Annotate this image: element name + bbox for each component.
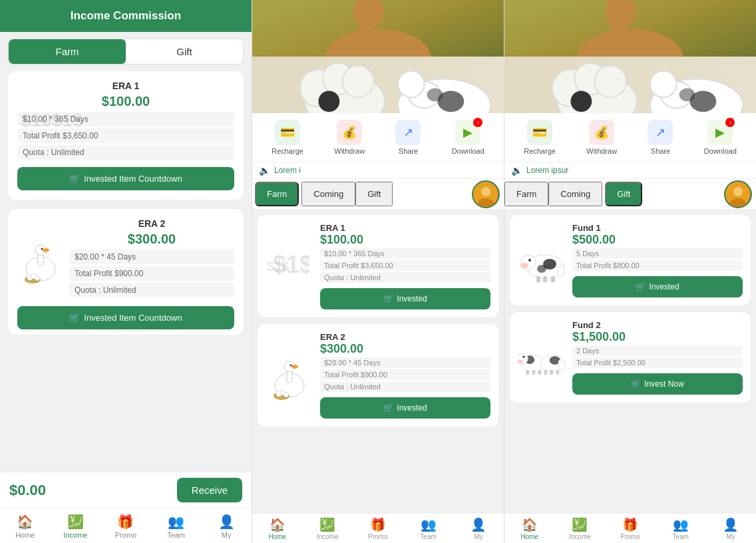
withdraw-icon-right: 💰 xyxy=(589,120,614,145)
receive-button[interactable]: Receive xyxy=(177,478,242,502)
era1-img-mid: $1$ $1$ xyxy=(266,242,313,290)
svg-rect-89 xyxy=(544,369,548,374)
mid-action-row: 💳 Recharge 💰 Withdraw ↗ Share ▶ ! Downlo… xyxy=(252,113,504,162)
income-icon: 💹 xyxy=(67,514,84,530)
right-action-recharge[interactable]: 💳 Recharge xyxy=(524,120,556,155)
svg-point-31 xyxy=(481,187,490,196)
mid-action-withdraw[interactable]: 💰 Withdraw xyxy=(334,120,365,155)
svg-point-21 xyxy=(342,66,374,98)
team-icon-right: 👥 xyxy=(673,517,689,532)
svg-rect-90 xyxy=(550,369,554,374)
mid-nav-income[interactable]: 💹 Income xyxy=(303,517,353,540)
era2-row2: Total Profit $900.00 xyxy=(69,266,234,281)
speaker-icon-right: 🔈 xyxy=(511,165,522,176)
promo-icon: 🎁 xyxy=(117,514,134,530)
left-bottom-amount: $0.00 Receive xyxy=(0,472,252,508)
mid-tab-gift[interactable]: Gift xyxy=(355,182,393,206)
mid-action-recharge[interactable]: 💳 Recharge xyxy=(272,120,303,155)
my-icon-mid: 👤 xyxy=(471,517,486,532)
cart-icon-mid-era1: 🛒 xyxy=(383,294,393,303)
era1-row3: Quota : Unlimited xyxy=(17,145,234,160)
svg-point-29 xyxy=(427,88,443,101)
right-banner-bottom xyxy=(504,57,756,113)
right-nav-team[interactable]: 👥 Team xyxy=(656,517,706,540)
right-banner xyxy=(504,0,756,113)
right-nav-income[interactable]: 💹 Income xyxy=(555,517,606,540)
right-tab-farm[interactable]: Farm xyxy=(504,182,548,206)
left-nav-promo[interactable]: 🎁 Promo xyxy=(100,512,151,540)
svg-point-83 xyxy=(522,355,524,357)
svg-point-8 xyxy=(35,275,39,280)
left-nav-team[interactable]: 👥 Team xyxy=(151,512,202,540)
right-nav-bar: 🏠 Home 💹 Income 🎁 Promo 👥 Team 👤 My xyxy=(504,513,756,543)
right-nav-my[interactable]: 👤 My xyxy=(705,517,756,540)
left-nav-income[interactable]: 💹 Income xyxy=(51,512,101,540)
left-tab-bar: Farm Gift xyxy=(8,39,244,65)
era2-body-mid: ERA 2 $300.00 $20.00 * 45 Days Total Pro… xyxy=(320,332,490,419)
download-icon-right: ▶ ! xyxy=(707,120,733,145)
mid-banner-bottom xyxy=(252,57,504,113)
era2-invest-btn[interactable]: 🛒 Invested Item Countdown xyxy=(17,306,234,329)
svg-point-72 xyxy=(520,263,528,268)
era1-body-mid: ERA 1 $100.00 $10.00 * 365 Days Total Pr… xyxy=(320,223,490,309)
mid-tab-farm[interactable]: Farm xyxy=(255,182,299,206)
mid-nav-home[interactable]: 🏠 Home xyxy=(252,517,303,540)
svg-point-78 xyxy=(558,264,564,267)
fund2-body: Fund 2 $1,500.00 2 Days Total Profit $2,… xyxy=(572,320,743,395)
era2-row1: $20.00 * 45 Days xyxy=(69,250,234,264)
right-action-download[interactable]: ▶ ! Download xyxy=(704,120,737,155)
right-action-withdraw[interactable]: 💰 Withdraw xyxy=(586,120,617,155)
era2-img-mid xyxy=(266,351,313,399)
cart-icon-mid-era2: 🛒 xyxy=(383,403,393,413)
home-icon-mid: 🏠 xyxy=(270,517,285,532)
fund1-body: Fund 1 $500.00 5 Days Total Profit $800.… xyxy=(572,223,743,297)
svg-text:$1$: $1$ xyxy=(273,251,309,278)
left-nav-home[interactable]: 🏠 Home xyxy=(0,512,51,540)
svg-rect-91 xyxy=(556,369,560,374)
svg-rect-75 xyxy=(543,276,547,282)
share-icon-right: ↗ xyxy=(648,120,673,145)
right-tab-row: Farm Coming Gift xyxy=(504,179,756,210)
mid-tab-coming[interactable]: Coming xyxy=(301,182,355,206)
mid-nav-promo[interactable]: 🎁 Promo xyxy=(353,517,403,540)
left-nav-my[interactable]: 👤 My xyxy=(201,512,252,540)
svg-rect-92 xyxy=(558,361,564,370)
era1-row1: $10.00 * 365 Days xyxy=(17,112,234,126)
home-icon-right: 🏠 xyxy=(522,517,538,532)
mid-action-download[interactable]: ▶ ! Download xyxy=(452,120,484,155)
right-action-share[interactable]: ↗ Share xyxy=(648,120,673,155)
right-nav-home[interactable]: 🏠 Home xyxy=(504,517,555,540)
left-scroll: $10$1$ ERA 1 $100.00 $10.00 * 365 Days T… xyxy=(0,71,252,472)
income-icon-right: 💹 xyxy=(572,517,588,532)
mid-nav-bar: 🏠 Home 💹 Income 🎁 Promo 👥 Team 👤 My xyxy=(252,513,504,543)
team-icon-mid: 👥 xyxy=(421,517,437,532)
right-tab-coming[interactable]: Coming xyxy=(548,182,602,206)
mid-action-share[interactable]: ↗ Share xyxy=(395,120,421,155)
svg-rect-84 xyxy=(526,369,530,374)
download-icon-box: ▶ ! xyxy=(455,120,480,145)
fund1-invest-btn[interactable]: 🛒 Invested xyxy=(572,276,743,297)
era1-invest-btn[interactable]: 🛒 Invested Item Countdown xyxy=(17,167,234,190)
right-avatar[interactable] xyxy=(724,180,752,208)
fund2-invest-btn[interactable]: 🛒 Invest Now xyxy=(572,373,743,395)
svg-rect-85 xyxy=(532,369,536,374)
recharge-icon-right: 💳 xyxy=(527,120,552,145)
era1-invest-mid[interactable]: 🛒 Invested xyxy=(320,288,490,309)
right-nav-promo[interactable]: 🎁 Promo xyxy=(605,517,656,540)
left-tab-farm[interactable]: Farm xyxy=(9,39,126,64)
mid-banner-top xyxy=(252,0,504,57)
cart-icon-fund1: 🛒 xyxy=(636,282,646,291)
cart-icon-fund2: 🛒 xyxy=(631,379,641,389)
income-icon-mid: 💹 xyxy=(319,517,335,532)
era2-invest-mid[interactable]: 🛒 Invested xyxy=(320,397,490,419)
mid-nav-team[interactable]: 👥 Team xyxy=(403,517,454,540)
mid-avatar[interactable] xyxy=(472,180,500,208)
svg-rect-86 xyxy=(538,369,542,374)
download-badge-right: ! xyxy=(725,118,735,127)
mid-nav-my[interactable]: 👤 My xyxy=(453,517,504,540)
left-tab-gift[interactable]: Gift xyxy=(126,39,243,64)
svg-rect-74 xyxy=(536,276,540,282)
right-tab-gift[interactable]: Gift xyxy=(605,182,642,206)
svg-point-4 xyxy=(41,248,43,250)
svg-point-56 xyxy=(594,66,626,98)
